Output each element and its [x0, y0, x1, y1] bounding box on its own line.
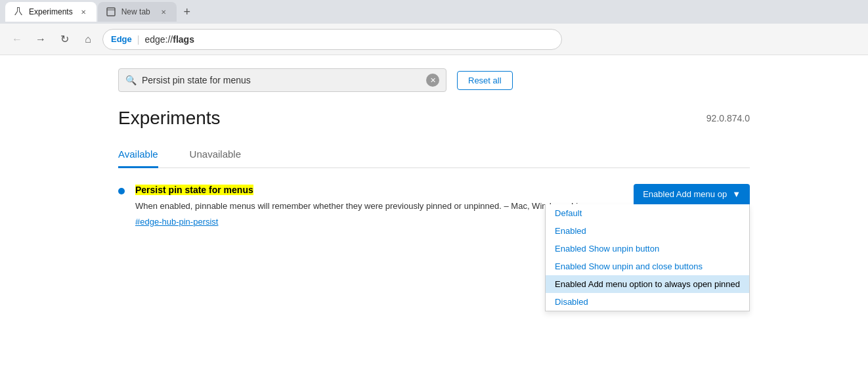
beaker-icon	[13, 7, 24, 17]
refresh-button[interactable]: ↻	[55, 30, 74, 49]
tab-newtab-label: New tab	[121, 7, 153, 16]
url-bar[interactable]: Edge | edge://flags	[102, 29, 562, 50]
flag-control: Enabled Add menu op ▼ Default Enabled En…	[634, 184, 750, 204]
new-tab-button[interactable]: +	[178, 3, 196, 21]
tab-bar: Experiments ✕ New tab ✕ +	[0, 0, 868, 24]
search-box[interactable]: 🔍 ✕	[118, 68, 446, 92]
option-enabled[interactable]: Enabled	[546, 222, 749, 240]
flag-link[interactable]: #edge-hub-pin-persist	[135, 217, 218, 227]
dropdown-menu: Default Enabled Enabled Show unpin butto…	[545, 204, 750, 311]
search-row: 🔍 ✕ Reset all	[118, 68, 750, 92]
tab-newtab[interactable]: New tab ✕	[98, 2, 177, 22]
option-enabled-show-unpin[interactable]: Enabled Show unpin button	[546, 240, 749, 258]
back-button[interactable]: ←	[8, 30, 26, 49]
svg-rect-0	[107, 8, 115, 16]
tabs-navigation: Available Unavailable	[118, 142, 750, 168]
flag-item: Persist pin state for menus When enabled…	[118, 184, 750, 227]
version-label: 92.0.874.0	[706, 113, 750, 123]
option-default[interactable]: Default	[546, 204, 749, 222]
option-disabled[interactable]: Disabled	[546, 293, 749, 311]
url-bold: flags	[173, 34, 194, 45]
edge-logo: Edge	[111, 34, 132, 44]
url-separator: |	[137, 34, 140, 45]
newtab-icon	[106, 7, 116, 17]
reset-all-button[interactable]: Reset all	[457, 71, 513, 90]
dropdown-label: Enabled Add menu op	[643, 189, 727, 199]
tab-available[interactable]: Available	[118, 142, 158, 168]
address-bar: ← → ↻ ⌂ Edge | edge://flags	[0, 24, 868, 55]
flag-title: Persist pin state for menus	[135, 185, 253, 195]
tab-newtab-close[interactable]: ✕	[158, 7, 169, 17]
search-input[interactable]	[142, 75, 421, 85]
forward-button[interactable]: →	[32, 30, 50, 49]
dropdown-button[interactable]: Enabled Add menu op ▼	[634, 184, 750, 204]
search-icon: 🔍	[125, 75, 137, 85]
tab-unavailable[interactable]: Unavailable	[190, 142, 241, 168]
tab-experiments[interactable]: Experiments ✕	[5, 2, 97, 22]
option-enabled-add-menu[interactable]: Enabled Add menu option to always open p…	[546, 275, 749, 293]
tab-experiments-close[interactable]: ✕	[78, 7, 89, 17]
url-path: edge://flags	[144, 34, 194, 45]
main-content: 🔍 ✕ Reset all Experiments 92.0.874.0 Ava…	[0, 55, 868, 240]
page-header: Experiments 92.0.874.0	[118, 108, 750, 129]
flag-dot	[118, 188, 125, 194]
chevron-down-icon: ▼	[732, 189, 741, 199]
tab-experiments-label: Experiments	[29, 7, 73, 16]
page-title: Experiments	[118, 108, 221, 129]
home-button[interactable]: ⌂	[79, 30, 97, 49]
clear-search-button[interactable]: ✕	[426, 74, 439, 87]
option-enabled-show-unpin-close[interactable]: Enabled Show unpin and close buttons	[546, 258, 749, 275]
